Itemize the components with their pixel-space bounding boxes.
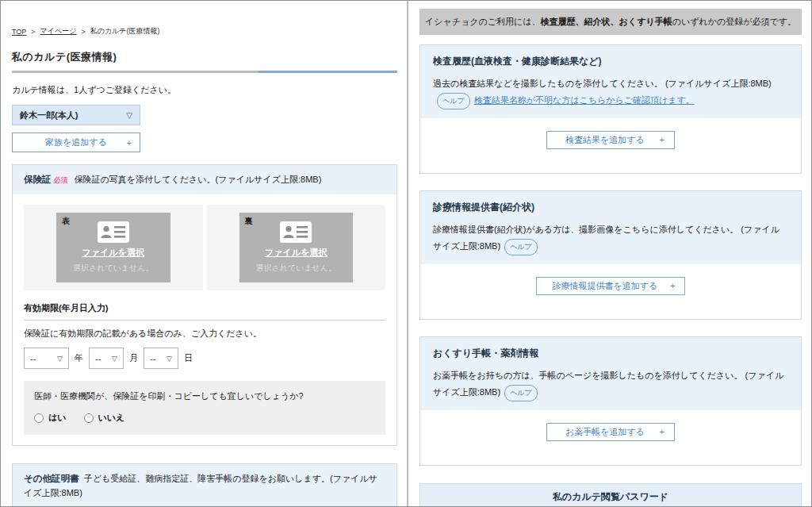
banner-bold: 検査履歴、紹介状、おくすり手帳 <box>541 17 672 26</box>
breadcrumb: TOP > マイページ > 私のカルテ(医療情報) <box>12 26 397 36</box>
expiry-title: 有効期限(年月日入力) <box>24 302 385 321</box>
copy-permission-question: 医師・医療機関が、保険証を印刷・コピーしても宜しいでしょうか? <box>34 390 375 402</box>
referral-letter-desc-text: 診療情報提供書(紹介状)がある方は、撮影画像をこちらに添付してください。 (ファ… <box>433 225 779 251</box>
test-history-desc-text: 過去の検査結果などを撮影したものを添付してください。 (ファイルサイズ上限:8M… <box>433 79 772 88</box>
test-history-title: 検査履歴(血液検査・健康診断結果など) <box>433 55 788 68</box>
test-history-description: 過去の検査結果などを撮影したものを添付してください。 (ファイルサイズ上限:8M… <box>433 75 788 109</box>
banner-suffix: のいずれかの登録が必須です。 <box>672 17 796 26</box>
radio-circle-icon <box>84 413 94 423</box>
add-medicine-notebook-button[interactable]: お薬手帳を追加する + <box>546 423 675 441</box>
test-history-section: 検査履歴(血液検査・健康診断結果など) 過去の検査結果などを撮影したものを添付し… <box>419 44 802 174</box>
chevron-down-icon: ▽ <box>167 355 172 363</box>
expiry-block: 有効期限(年月日入力) 保険証に有効期限の記載がある場合のみ、ご入力ください。 … <box>13 302 396 369</box>
medicine-notebook-body: お薬手帳を追加する + <box>420 410 801 465</box>
required-badge: 必須 <box>54 176 68 184</box>
plus-icon: + <box>660 135 665 144</box>
add-family-label: 家族を追加する <box>45 136 107 148</box>
day-select[interactable]: -- ▽ <box>144 348 178 369</box>
medicine-notebook-title: おくすり手帳・薬剤情報 <box>433 347 788 360</box>
help-badge[interactable]: ヘルプ <box>437 93 470 109</box>
referral-letter-title: 診療情報提供書(紹介状) <box>433 201 788 214</box>
chart-password-section: 私のカルテ閲覧パスワード ※クリニックや医師にヘルスデータを共有する際に、こちら… <box>419 483 802 507</box>
month-select-value: -- <box>95 354 101 363</box>
year-select-value: -- <box>30 354 36 363</box>
chevron-down-icon: ▽ <box>57 355 63 363</box>
year-unit-label: 年 <box>75 352 83 364</box>
other-certificates-header: その他証明書 子ども受給証、難病指定証、障害手帳の登録をお願いします。(ファイル… <box>13 464 396 507</box>
insurance-description: 保険証の写真を添付してください。(ファイルサイズ上限:8MB) <box>75 175 322 184</box>
add-referral-letter-label: 診療情報提供書を追加する <box>553 280 658 292</box>
banner-prefix: イシャチョクのご利用には、 <box>425 17 541 26</box>
help-badge[interactable]: ヘルプ <box>504 239 538 255</box>
breadcrumb-mypage-link[interactable]: マイページ <box>40 26 77 36</box>
id-card-icon <box>280 221 312 243</box>
chart-password-title: 私のカルテ閲覧パスワード <box>420 484 801 507</box>
radio-yes-label: はい <box>48 412 67 424</box>
chevron-down-icon: ▽ <box>112 355 117 363</box>
month-unit-label: 月 <box>129 352 138 364</box>
add-medicine-notebook-label: お薬手帳を追加する <box>565 426 645 438</box>
copy-permission-box: 医師・医療機関が、保険証を印刷・コピーしても宜しいでしょうか? はい いいえ <box>24 381 385 435</box>
insurance-card-section: 保険証必須保険証の写真を添付してください。(ファイルサイズ上限:8MB) 表 フ… <box>12 164 397 446</box>
medicine-notebook-header: おくすり手帳・薬剤情報 お薬手帳をお持ちの方は、手帳のページを撮影したものを添付… <box>420 337 801 410</box>
left-panel: TOP > マイページ > 私のカルテ(医療情報) 私のカルテ(医療情報) カル… <box>1 1 407 506</box>
insurance-title: 保険証 <box>24 175 52 184</box>
medicine-notebook-description: お薬手帳をお持ちの方は、手帳のページを撮影したものを添付してください。 (ファイ… <box>433 367 788 401</box>
add-family-button[interactable]: 家族を追加する + <box>12 133 140 152</box>
day-unit-label: 日 <box>184 352 193 364</box>
test-history-header: 検査履歴(血液検査・健康診断結果など) 過去の検査結果などを撮影したものを添付し… <box>420 45 801 118</box>
breadcrumb-top-link[interactable]: TOP <box>12 28 26 36</box>
referral-letter-body: 診療情報提供書を追加する + <box>420 264 801 319</box>
referral-letter-section: 診療情報提供書(紹介状) 診療情報提供書(紹介状)がある方は、撮影画像をこちらに… <box>419 190 802 320</box>
day-select-value: -- <box>150 354 155 363</box>
add-referral-letter-button[interactable]: 診療情報提供書を追加する + <box>536 277 686 295</box>
back-side-label: 裏 <box>245 216 253 227</box>
test-name-help-link[interactable]: 検査結果名称が不明な方はこちらからご確認頂けます。 <box>474 95 695 105</box>
person-select-value: 鈴木一郎(本人) <box>20 109 78 121</box>
page-title: 私のカルテ(医療情報) <box>12 50 397 64</box>
other-certificates-section: その他証明書 子ども受給証、難病指定証、障害手帳の登録をお願いします。(ファイル… <box>12 463 397 507</box>
radio-circle-icon <box>34 413 44 423</box>
test-history-body: 検査結果を追加する + <box>420 118 801 173</box>
person-select[interactable]: 鈴木一郎(本人) ▽ <box>12 105 140 125</box>
plus-icon: + <box>670 281 675 290</box>
back-file-status: 選択されていません。 <box>255 263 336 274</box>
upload-front-container: 表 ファイルを選択 選択されていません。 <box>24 205 203 290</box>
upload-front-dropzone[interactable]: 表 ファイルを選択 選択されていません。 <box>56 213 170 282</box>
upload-back-container: 裏 ファイルを選択 選択されていません。 <box>207 205 386 290</box>
medicine-notebook-section: おくすり手帳・薬剤情報 お薬手帳をお持ちの方は、手帳のページを撮影したものを添付… <box>419 336 802 466</box>
expiry-note: 保険証に有効期限の記載がある場合のみ、ご入力ください。 <box>24 328 385 340</box>
referral-letter-header: 診療情報提供書(紹介状) 診療情報提供書(紹介状)がある方は、撮影画像をこちらに… <box>420 191 801 264</box>
front-file-select-button[interactable]: ファイルを選択 <box>82 247 144 259</box>
referral-letter-description: 診療情報提供書(紹介状)がある方は、撮影画像をこちらに添付してください。 (ファ… <box>433 221 788 255</box>
breadcrumb-separator: > <box>31 28 35 36</box>
intro-note: カルテ情報は、1人ずつご登録ください。 <box>12 84 397 96</box>
upload-back-dropzone[interactable]: 裏 ファイルを選択 選択されていません。 <box>239 213 354 282</box>
back-file-select-button[interactable]: ファイルを選択 <box>265 247 327 259</box>
id-card-icon <box>98 221 129 243</box>
insurance-section-header: 保険証必須保険証の写真を添付してください。(ファイルサイズ上限:8MB) <box>13 165 396 194</box>
radio-yes[interactable]: はい <box>34 412 67 424</box>
plus-icon: + <box>127 138 132 148</box>
medical-record-page: TOP > マイページ > 私のカルテ(医療情報) 私のカルテ(医療情報) カル… <box>0 0 812 507</box>
expiry-date-row: -- ▽ 年 -- ▽ 月 -- ▽ 日 <box>24 348 385 369</box>
add-test-result-label: 検査結果を追加する <box>565 134 645 146</box>
front-file-status: 選択されていません。 <box>73 263 154 274</box>
title-underline <box>12 71 397 73</box>
insurance-uploads: 表 ファイルを選択 選択されていません。 裏 ファイルを選択 選択されていません… <box>13 194 396 290</box>
requirement-banner: イシャチョクのご利用には、検査履歴、紹介状、おくすり手帳のいずれかの登録が必須で… <box>419 9 802 35</box>
month-select[interactable]: -- ▽ <box>89 348 124 369</box>
breadcrumb-current: 私のカルテ(医療情報) <box>90 26 160 36</box>
other-certificates-title: その他証明書 <box>24 474 79 483</box>
copy-permission-options: はい いいえ <box>34 412 375 424</box>
help-badge[interactable]: ヘルプ <box>504 385 538 401</box>
year-select[interactable]: -- ▽ <box>24 348 69 369</box>
chevron-down-icon: ▽ <box>126 111 132 120</box>
radio-no[interactable]: いいえ <box>84 412 125 424</box>
add-test-result-button[interactable]: 検査結果を追加する + <box>546 131 675 149</box>
front-side-label: 表 <box>62 216 70 227</box>
breadcrumb-separator: > <box>81 28 85 36</box>
medicine-notebook-desc-text: お薬手帳をお持ちの方は、手帳のページを撮影したものを添付してください。 (ファイ… <box>433 371 783 397</box>
plus-icon: + <box>660 427 665 436</box>
radio-no-label: いいえ <box>98 412 125 424</box>
